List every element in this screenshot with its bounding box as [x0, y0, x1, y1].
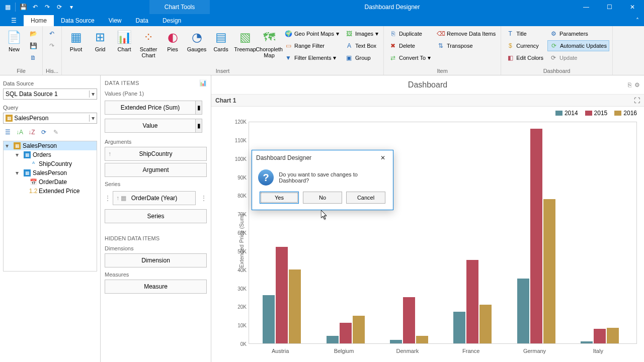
automatic-updates-button[interactable]: ⟳Automatic Updates: [547, 40, 609, 51]
argument-pill-shipcountry[interactable]: ↑ShipCountry: [105, 147, 207, 161]
duplicate-button[interactable]: ⎘Duplicate: [387, 28, 433, 39]
scatter-chart-button[interactable]: ⁘Scatter Chart: [137, 28, 159, 59]
minimize-button[interactable]: —: [575, 0, 598, 14]
choropleth-button[interactable]: 🗺Choropleth Map: [258, 28, 280, 59]
convert-to-button[interactable]: ⇄Convert To ▾: [387, 52, 433, 63]
tab-view[interactable]: View: [102, 15, 129, 26]
series-pill-empty[interactable]: Series: [105, 209, 207, 223]
delete-button[interactable]: ✖Delete: [387, 40, 433, 51]
dialog-yes-button[interactable]: Yes: [260, 192, 299, 204]
tree-node-shipcountry[interactable]: ᴬShipCountry: [4, 159, 97, 168]
gauges-button[interactable]: ◔Gauges: [186, 28, 208, 53]
filter-elements-button[interactable]: ▼Filter Elements ▾: [282, 52, 341, 63]
chart-bar[interactable]: [340, 323, 352, 343]
data-source-combo[interactable]: SQL Data Source 1▾: [3, 88, 97, 100]
chart-bar[interactable]: [543, 199, 555, 343]
group-button[interactable]: ▣Group: [343, 52, 380, 63]
bar-type-icon[interactable]: ▮: [195, 119, 202, 133]
field-tree[interactable]: ▾▦SalesPerson ▾▦Orders ᴬShipCountry ▾▦Sa…: [3, 141, 97, 272]
tree-node-orderdate[interactable]: 📅OrderDate: [4, 177, 97, 187]
close-button[interactable]: ✕: [621, 0, 644, 14]
chart-bar[interactable]: [581, 341, 593, 343]
remove-data-items-button[interactable]: ⌫Remove Data Items: [435, 28, 498, 39]
chart-bar[interactable]: [276, 247, 288, 343]
query-combo[interactable]: ▦ SalesPerson▾: [3, 113, 97, 124]
file-menu[interactable]: ☰: [4, 15, 24, 26]
save-icon[interactable]: 💾: [18, 2, 29, 13]
tab-design[interactable]: Design: [155, 15, 188, 26]
save-button[interactable]: 💾: [27, 40, 39, 51]
sort-desc-icon[interactable]: ↓Z: [27, 128, 36, 137]
chart-bar[interactable]: [263, 295, 275, 343]
currency-button[interactable]: $Currency: [504, 40, 545, 51]
chart-bar[interactable]: [453, 312, 465, 343]
group-fields-icon[interactable]: ☰: [3, 128, 12, 137]
value-pill-empty[interactable]: Value▮: [105, 119, 196, 133]
dialog-no-button[interactable]: No: [303, 192, 342, 204]
chart-type-icon[interactable]: 📊: [199, 79, 207, 86]
edit-colors-button[interactable]: ◧Edit Colors: [504, 52, 545, 63]
tree-node-salesperson[interactable]: ▾▦SalesPerson: [4, 141, 97, 150]
refresh-tree-icon[interactable]: ⟳: [39, 128, 48, 137]
value-pill-extendedprice[interactable]: Extended Price (Sum)▮: [105, 101, 196, 115]
series-pill-orderdate[interactable]: ↑ ▦OrderDate (Year): [113, 191, 196, 205]
maximize-button[interactable]: ☐: [598, 0, 621, 14]
dialog-cancel-button[interactable]: Cancel: [346, 192, 385, 204]
parameters-button[interactable]: ⚙Parameters: [547, 28, 609, 39]
chart-bar[interactable]: [530, 129, 542, 343]
tree-node-orders[interactable]: ▾▦Orders: [4, 150, 97, 159]
chart-button[interactable]: 📊Chart: [113, 28, 135, 53]
chart-bar[interactable]: [479, 305, 492, 343]
collapse-ribbon-icon[interactable]: ˄: [631, 15, 644, 26]
export-icon[interactable]: ⎘: [628, 81, 631, 88]
cards-button[interactable]: ▤Cards: [210, 28, 232, 53]
bar-type-icon[interactable]: ▮: [195, 101, 202, 115]
chart-bar[interactable]: [416, 336, 428, 343]
chart-bar[interactable]: [289, 269, 301, 343]
tab-data[interactable]: Data: [129, 15, 155, 26]
chart-bar[interactable]: [390, 340, 402, 343]
measure-pill-empty[interactable]: Measure: [105, 280, 207, 294]
tree-node-salesperson-table[interactable]: ▾▦SalesPerson: [4, 168, 97, 177]
redo-icon[interactable]: ↷: [42, 2, 53, 13]
chart-bar[interactable]: [607, 328, 619, 343]
qat-customize-icon[interactable]: ▾: [66, 2, 77, 13]
new-button[interactable]: 📄New: [3, 28, 25, 53]
pivot-button[interactable]: ▦Pivot: [65, 28, 87, 53]
chart-bar[interactable]: [466, 260, 478, 343]
chart-bar[interactable]: [353, 316, 365, 343]
pies-button[interactable]: ◐Pies: [162, 28, 184, 53]
undo-icon[interactable]: ↶: [30, 2, 41, 13]
images-button[interactable]: 🖼Images ▾: [343, 28, 380, 39]
chart-bar[interactable]: [403, 297, 415, 343]
dialog-close-button[interactable]: ✕: [377, 154, 389, 161]
range-filter-button[interactable]: ▭Range Filter: [282, 40, 341, 51]
tree-node-extendedprice[interactable]: 1.2Extended Price: [4, 187, 97, 196]
open-button[interactable]: 📂: [27, 28, 39, 39]
argument-pill-empty[interactable]: Argument: [105, 163, 207, 177]
transpose-button[interactable]: ⇅Transpose: [435, 40, 498, 51]
undo-button[interactable]: ↶: [46, 28, 58, 39]
chart-bar[interactable]: [327, 336, 339, 343]
redo-button[interactable]: ↷: [46, 40, 58, 51]
geopoint-maps-button[interactable]: 🌍Geo Point Maps ▾: [282, 28, 341, 39]
update-button[interactable]: ⟳Update: [547, 52, 609, 63]
tab-data-source[interactable]: Data Source: [54, 15, 102, 26]
chart-bar[interactable]: [594, 329, 606, 343]
series-options-icon[interactable]: ⋮: [198, 195, 207, 202]
dimension-pill-empty[interactable]: Dimension: [105, 253, 207, 267]
save-as-button[interactable]: 🗎: [27, 52, 39, 63]
title-button[interactable]: TTitle: [504, 28, 545, 39]
drag-handle-icon[interactable]: ⋮: [105, 195, 111, 202]
settings-icon[interactable]: ⚙: [634, 81, 640, 88]
text-box-button[interactable]: AText Box: [343, 40, 380, 51]
tab-home[interactable]: Home: [24, 15, 54, 26]
chart-bar[interactable]: [517, 279, 529, 343]
maximize-chart-icon[interactable]: ⛶: [634, 97, 640, 104]
app-icon[interactable]: ▦: [2, 2, 13, 13]
chart-panel[interactable]: Chart 1 ⛶ 201420152016 Extended Price (S…: [211, 95, 644, 362]
sort-asc-icon[interactable]: ↓A: [15, 128, 24, 137]
grid-button[interactable]: ⊞Grid: [89, 28, 111, 53]
refresh-icon[interactable]: ⟳: [54, 2, 65, 13]
treemap-button[interactable]: ▧Treemap: [234, 28, 256, 53]
